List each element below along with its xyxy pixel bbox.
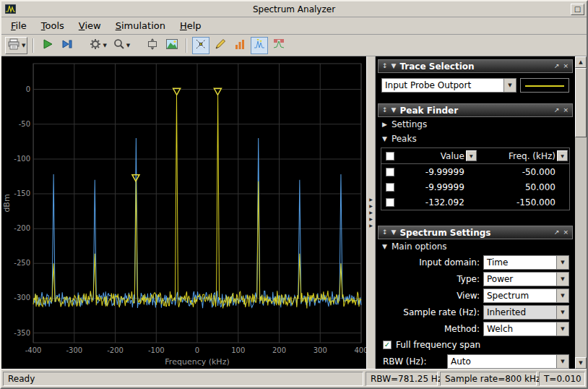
chevron-down-icon[interactable]: ▼ <box>556 355 568 368</box>
step-forward-button[interactable] <box>59 37 76 54</box>
menu-help[interactable]: Help <box>173 18 208 33</box>
close-icon[interactable]: × <box>563 107 568 114</box>
peak-checkbox[interactable]: ✓ <box>386 198 394 207</box>
svg-text:-300: -300 <box>66 346 82 354</box>
status-rbw: RBW=781.25 Hz <box>366 372 438 386</box>
input-domain-label: Input domain: <box>378 257 483 268</box>
value-sort-button[interactable]: ▼ <box>466 150 477 161</box>
method-row: Method: Welch ▼ <box>378 320 573 337</box>
simulation-settings-button[interactable]: ▼ <box>87 37 108 54</box>
pencil-icon <box>215 38 226 53</box>
dock-icon[interactable]: ↕ <box>382 107 388 114</box>
snapshot-button[interactable] <box>163 37 181 54</box>
export-button[interactable]: ▼ <box>5 37 27 54</box>
close-icon[interactable]: × <box>563 63 568 69</box>
svg-text:0: 0 <box>26 85 30 93</box>
peaks-table: ✓ Value ▼ Freq. (kHz) ▼ ✓ -9.9999 <box>381 148 570 210</box>
panel-collapse-handle[interactable]: ▶ ▶ ▶ ▶ ▶ <box>366 56 376 369</box>
dropdown-arrow-icon: ▼ <box>22 43 25 48</box>
method-dropdown[interactable]: Welch ▼ <box>483 322 569 336</box>
menu-simulation[interactable]: Simulation <box>109 18 172 33</box>
dock-icon[interactable]: ↕ <box>382 63 388 69</box>
sample-rate-dropdown[interactable]: Inherited ▼ <box>483 305 569 320</box>
spectrum-settings-panel: ↕ ▼ Spectrum Settings ↗ × ▼ Main options… <box>378 226 573 369</box>
input-domain-dropdown[interactable]: Time ▼ <box>483 255 569 270</box>
svg-text:-200: -200 <box>14 224 30 232</box>
main-options-toggle[interactable]: ▼ Main options <box>378 239 573 254</box>
vertical-scrollbar[interactable]: ▲ ▼ <box>575 56 587 369</box>
settings-section-label: Settings <box>392 119 427 129</box>
rbw-value: Auto <box>448 355 556 368</box>
collapse-icon[interactable]: ▼ <box>392 63 397 69</box>
svg-text:-200: -200 <box>107 346 124 354</box>
rbw-dropdown[interactable]: Auto ▼ <box>447 354 569 369</box>
freq-sort-button[interactable]: ▼ <box>557 150 568 161</box>
view-dropdown[interactable]: Spectrum ▼ <box>483 288 569 303</box>
toolbar: ▼ <box>1 35 587 56</box>
chevron-down-icon[interactable]: ▼ <box>556 289 568 302</box>
settings-section-toggle[interactable]: ▶ Settings <box>378 117 573 132</box>
peaks-section-toggle[interactable]: ▼ Peaks <box>378 132 573 146</box>
menu-tools[interactable]: Tools <box>35 18 71 33</box>
scroll-down-button[interactable]: ▼ <box>575 357 587 369</box>
spectrum-analyzer-window: Spectrum Analyzer □ File Tools View Simu… <box>0 0 588 389</box>
chevron-down-icon[interactable]: ▼ <box>556 256 568 269</box>
expanded-arrow-icon: ▼ <box>382 244 387 250</box>
image-icon <box>166 38 178 52</box>
peak-checkbox[interactable]: ✓ <box>386 168 394 176</box>
chevron-down-icon[interactable]: ▼ <box>556 306 568 319</box>
peak-row: ✓ -132.092 -150.000 <box>381 194 569 210</box>
trace-color-swatch[interactable] <box>520 78 569 93</box>
svg-text:-250: -250 <box>14 259 30 267</box>
maximize-button[interactable]: □ <box>571 4 584 15</box>
full-frequency-span-checkbox[interactable]: ✓ <box>383 341 392 349</box>
peaks-section-label: Peaks <box>392 134 417 144</box>
type-dropdown[interactable]: Power ▼ <box>483 272 569 286</box>
peak-finder-header: ↕ ▼ Peak Finder ↗ × <box>378 103 573 117</box>
distortion-measurements-button[interactable] <box>212 37 229 54</box>
undock-icon[interactable]: ↗ <box>554 229 560 236</box>
spectral-mask-button[interactable] <box>270 37 287 54</box>
step-forward-icon <box>61 38 73 53</box>
printer-icon <box>7 38 20 53</box>
scrollbar-track[interactable] <box>575 68 587 357</box>
collapse-icon[interactable]: ▼ <box>392 107 397 114</box>
autoscale-icon <box>147 38 158 53</box>
freq-column-header: Freq. (kHz) <box>509 151 555 161</box>
svg-text:dBm: dBm <box>2 194 12 212</box>
scale-axes-button[interactable] <box>144 37 161 54</box>
menu-view[interactable]: View <box>72 18 108 33</box>
zoom-button[interactable]: ▼ <box>111 37 132 54</box>
undock-icon[interactable]: ↗ <box>554 107 560 114</box>
peak-freq: -150.000 <box>478 197 569 208</box>
scrollbar-thumb[interactable] <box>575 68 587 137</box>
type-row: Type: Power ▼ <box>378 270 573 287</box>
select-all-checkbox[interactable]: ✓ <box>386 152 394 161</box>
peak-checkbox[interactable]: ✓ <box>386 183 394 192</box>
close-icon[interactable]: × <box>563 229 568 236</box>
trace-select-dropdown[interactable]: Input Probe Outport ▼ <box>381 78 516 93</box>
scroll-up-button[interactable]: ▲ <box>575 56 587 68</box>
main-content: -400-300-200-10001002003004000-50-100-15… <box>1 56 587 369</box>
app-icon[interactable] <box>4 4 17 14</box>
channel-measurements-button[interactable] <box>231 37 248 54</box>
method-label: Method: <box>378 324 483 334</box>
chevron-down-icon[interactable]: ▼ <box>556 273 568 286</box>
peaks-table-header: ✓ Value ▼ Freq. (kHz) ▼ <box>381 148 569 164</box>
cursor-measurements-icon <box>195 38 207 53</box>
dock-icon[interactable]: ↕ <box>382 229 388 236</box>
input-domain-row: Input domain: Time ▼ <box>378 254 573 270</box>
cursor-measurements-button[interactable] <box>192 37 209 54</box>
run-button[interactable] <box>39 37 56 54</box>
undock-icon[interactable]: ↗ <box>554 63 560 69</box>
spectrum-plot-canvas[interactable]: -400-300-200-10001002003004000-50-100-15… <box>1 56 366 369</box>
panel-title: Peak Finder <box>399 106 550 116</box>
chevron-down-icon[interactable]: ▼ <box>556 322 568 335</box>
window-title: Spectrum Analyzer <box>1 4 587 14</box>
collapsed-arrow-icon: ▶ <box>382 121 387 128</box>
bar-chart-icon <box>234 38 246 53</box>
peak-finder-button[interactable] <box>251 37 268 54</box>
collapse-icon[interactable]: ▼ <box>392 229 397 236</box>
chevron-down-icon[interactable]: ▼ <box>503 79 516 92</box>
menu-file[interactable]: File <box>4 18 33 33</box>
